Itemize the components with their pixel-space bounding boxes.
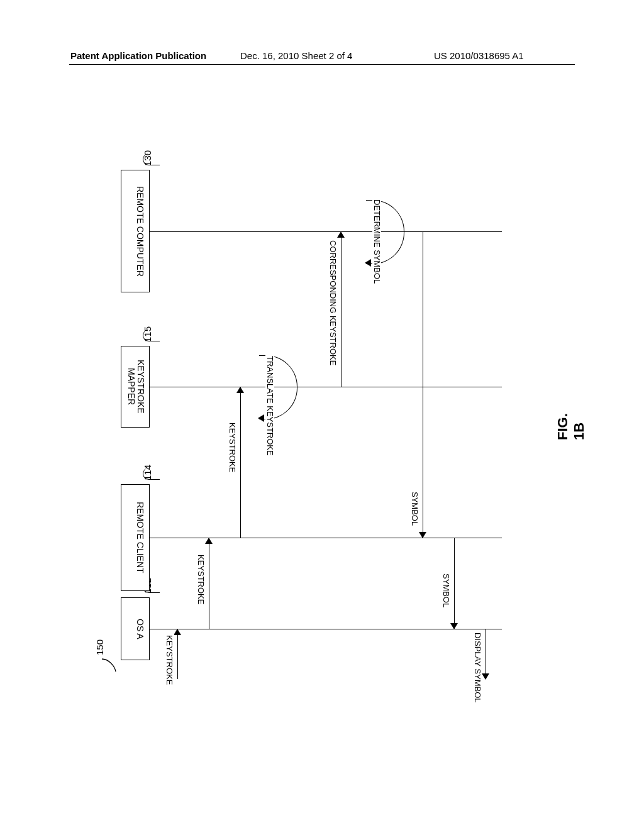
msg-determine: DETERMINE SYMBOL (372, 198, 381, 285)
msg-k2-arrow (236, 387, 244, 393)
msg-k1-line (209, 538, 209, 629)
msg-symbol1-line (423, 231, 423, 538)
actor-os-a: OS A (121, 597, 150, 660)
page-header: Patent Application Publication Dec. 16, … (0, 50, 644, 69)
header-left: Patent Application Publication (70, 50, 206, 61)
msg-k1: KEYSTROKE (196, 553, 206, 606)
actor-keystroke-mapper: KEYSTROKE MAPPER (121, 346, 150, 428)
lifeline-remote-client (150, 538, 502, 538)
ref-150: 150 (94, 639, 105, 655)
msg-corresponding: CORRESPONDING KEYSTROKE (328, 239, 338, 367)
self-determine-arrow (365, 259, 371, 267)
msg-corr-arrow (337, 231, 345, 238)
msg-symbol2-line (454, 538, 455, 629)
msg-display: DISPLAY SYMBOL (473, 631, 482, 704)
ref-130-lead (143, 153, 160, 165)
msg-symbol2-arrow (450, 623, 458, 629)
msg-keystroke-in: KEYSTROKE (165, 634, 174, 686)
lifeline-os-a (150, 629, 502, 629)
msg-keystroke-in-line (177, 629, 178, 679)
msg-symbol1: SYMBOL (410, 490, 419, 527)
ref-114-lead (143, 468, 160, 480)
lifeline-remote-computer (150, 231, 502, 232)
ref-150-lead (101, 658, 119, 673)
msg-k2-line (240, 387, 241, 538)
msg-k2: KEYSTROKE (228, 421, 237, 473)
msg-translate: TRANSLATE KEYSTROKE (265, 355, 274, 457)
msg-symbol1-arrow (419, 532, 426, 538)
header-middle: Dec. 16, 2010 Sheet 2 of 4 (240, 50, 352, 61)
page: Patent Application Publication Dec. 16, … (0, 0, 644, 830)
msg-k1-arrow (205, 538, 213, 544)
self-translate-arrow (258, 414, 264, 422)
figure-label: FIG. 1B (555, 413, 587, 440)
actor-remote-client: REMOTE CLIENT (121, 484, 150, 591)
msg-symbol2: SYMBOL (441, 572, 451, 609)
msg-corr-line (341, 231, 341, 387)
msg-display-arrow (482, 673, 489, 680)
lifeline-keystroke-mapper (150, 387, 502, 387)
ref-115-lead (143, 329, 160, 341)
msg-keystroke-in-arrow (174, 629, 181, 635)
header-right: US 2010/0318695 A1 (434, 50, 524, 61)
msg-display-line (486, 629, 486, 679)
actor-remote-computer: REMOTE COMPUTER (121, 170, 150, 292)
diagram-canvas: 150 OS A 112 REMOTE CLIENT 114 KEYSTROKE… (70, 107, 574, 748)
header-rule (69, 64, 575, 65)
